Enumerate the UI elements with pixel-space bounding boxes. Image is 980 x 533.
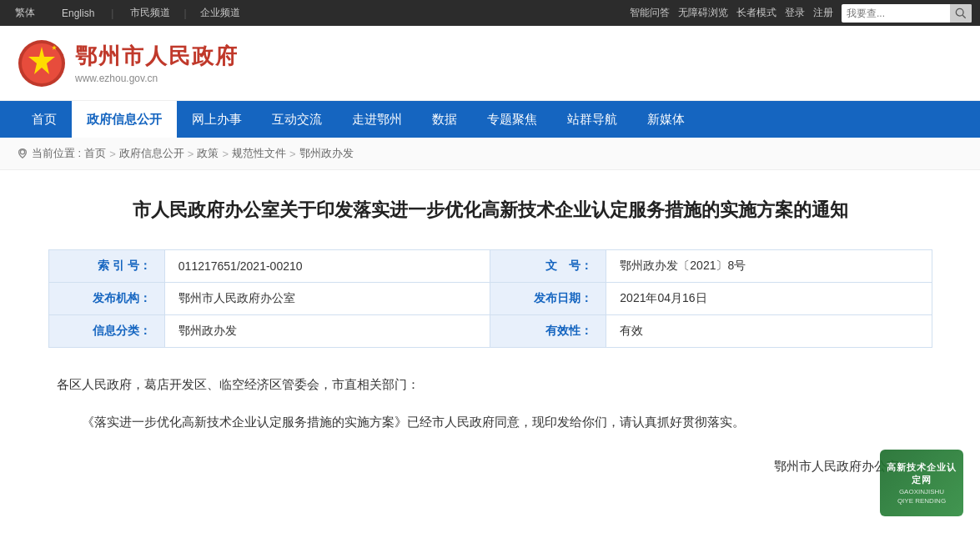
ai-qa[interactable]: 智能问答 [630,6,670,20]
svg-point-6 [20,150,24,154]
breadcrumb-location-label: 当前位置 : [32,146,81,161]
elder-mode[interactable]: 长者模式 [736,6,776,20]
body-para2: 《落实进一步优化高新技术企业认定服务措施的实施方案》已经市人民政府同意，现印发给… [57,410,924,435]
nav-home[interactable]: 首页 [17,101,72,138]
value-doc-number: 鄂州政办发〔2021〕8号 [606,250,932,283]
value-publisher: 鄂州市人民政府办公室 [164,283,490,315]
info-row-2: 发布机构： 鄂州市人民政府办公室 发布日期： 2021年04月16日 [48,283,932,315]
top-bar: 繁体 English | 市民频道 | 企业频道 智能问答 无障碍浏览 长者模式… [0,0,980,26]
search-button[interactable] [950,4,972,23]
main-nav: 首页 政府信息公开 网上办事 互动交流 走进鄂州 数据 专题聚焦 站群导航 新媒… [0,101,980,138]
body-para1: 各区人民政府，葛店开发区、临空经济区管委会，市直相关部门： [57,373,924,397]
watermark-badge: 高新技术企业认定网 GAOXINJISHU QIYE RENDING [880,450,963,500]
search-icon [955,8,967,19]
site-subtitle: www.ezhou.gov.cn [75,73,239,84]
location-icon [17,148,28,159]
watermark-title: 高新技术企业认定网 [885,461,958,486]
channel-enterprise[interactable]: 企业频道 [193,6,247,20]
lang-english[interactable]: English [55,8,101,19]
article-sign: 鄂州市人民政府办公室 [48,459,932,475]
watermark-sub: GAOXINJISHU [899,488,944,495]
logo-area: 鄂州市人民政府 www.ezhou.gov.cn [17,38,239,88]
article-content: 市人民政府办公室关于印发落实进一步优化高新技术企业认定服务措施的实施方案的通知 … [32,170,949,500]
info-table: 索 引 号： 011217651/2021-00210 文 号： 鄂州政办发〔2… [48,249,932,348]
top-bar-left: 繁体 English | 市民频道 | 企业频道 [8,6,247,20]
breadcrumb: 当前位置 : 首页 > 政府信息公开 > 政策 > 规范性文件 > 鄂州政办发 [0,138,980,170]
label-validity: 有效性： [490,315,606,348]
nav-visit-ezhou[interactable]: 走进鄂州 [337,101,417,138]
breadcrumb-policy[interactable]: 政策 [197,146,219,161]
value-publish-date: 2021年04月16日 [606,283,932,315]
article-body: 各区人民政府，葛店开发区、临空经济区管委会，市直相关部门： 《落实进一步优化高新… [48,373,932,434]
nav-online-services[interactable]: 网上办事 [177,101,257,138]
watermark-sub2: QIYE RENDING [897,497,946,500]
label-publish-date: 发布日期： [490,283,606,315]
search-input[interactable] [842,8,950,19]
label-publisher: 发布机构： [48,283,164,315]
nav-topics[interactable]: 专题聚焦 [472,101,552,138]
top-bar-right: 智能问答 无障碍浏览 长者模式 登录 注册 [630,4,972,23]
breadcrumb-gov-info[interactable]: 政府信息公开 [119,146,184,161]
register-link[interactable]: 注册 [813,6,833,20]
label-index: 索 引 号： [48,250,164,283]
svg-point-0 [956,8,963,16]
site-header: 鄂州市人民政府 www.ezhou.gov.cn [0,26,980,101]
logo-emblem [17,38,67,88]
value-index: 011217651/2021-00210 [164,250,490,283]
info-row-1: 索 引 号： 011217651/2021-00210 文 号： 鄂州政办发〔2… [48,250,932,283]
nav-site-nav[interactable]: 站群导航 [552,101,632,138]
nav-data[interactable]: 数据 [417,101,472,138]
barrier-free[interactable]: 无障碍浏览 [678,6,728,20]
info-row-3: 信息分类： 鄂州政办发 有效性： 有效 [48,315,932,348]
breadcrumb-current: 鄂州政办发 [299,146,354,161]
nav-interaction[interactable]: 互动交流 [257,101,337,138]
article-title: 市人民政府办公室关于印发落实进一步优化高新技术企业认定服务措施的实施方案的通知 [48,195,932,224]
nav-gov-info[interactable]: 政府信息公开 [72,101,177,138]
label-doc-number: 文 号： [490,250,606,283]
value-category: 鄂州政办发 [164,315,490,348]
channel-citizen[interactable]: 市民频道 [123,6,177,20]
value-validity: 有效 [606,315,932,348]
site-title: 鄂州市人民政府 [75,42,239,71]
nav-new-media[interactable]: 新媒体 [632,101,700,138]
svg-line-1 [962,15,966,18]
search-wrap [842,4,972,23]
label-category: 信息分类： [48,315,164,348]
logo-text: 鄂州市人民政府 www.ezhou.gov.cn [75,42,239,84]
breadcrumb-normative[interactable]: 规范性文件 [232,146,286,161]
breadcrumb-home[interactable]: 首页 [84,146,106,161]
login-link[interactable]: 登录 [785,6,805,20]
lang-traditional[interactable]: 繁体 [8,6,42,20]
